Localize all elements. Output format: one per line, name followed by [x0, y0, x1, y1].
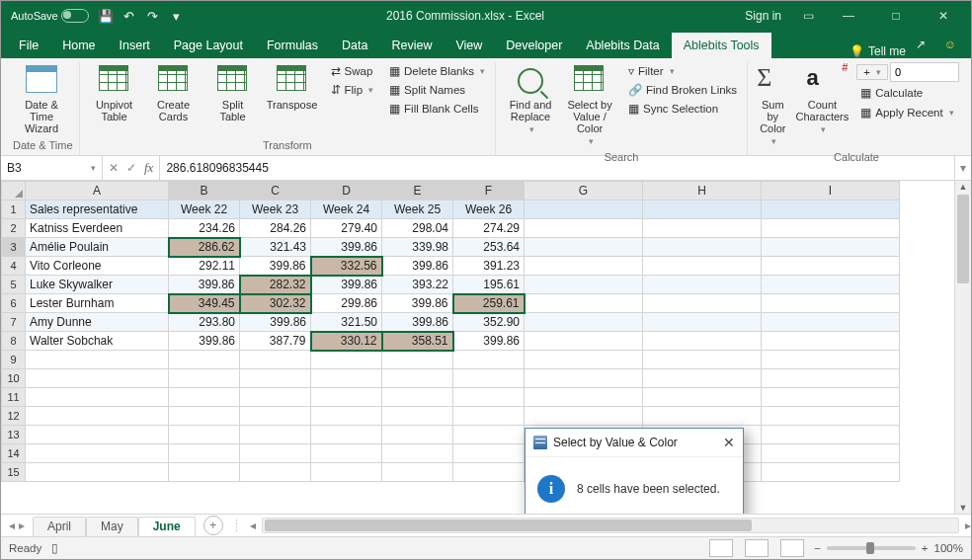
- cell[interactable]: [525, 294, 643, 313]
- add-sheet-button[interactable]: +: [203, 516, 223, 535]
- cell-data[interactable]: 321.43: [240, 238, 311, 257]
- cell[interactable]: [762, 238, 900, 257]
- cell[interactable]: [240, 463, 311, 482]
- cell-data[interactable]: 195.61: [453, 276, 525, 294]
- cell-data[interactable]: 302.32: [240, 294, 311, 313]
- cell[interactable]: [26, 407, 169, 426]
- zoom-out-icon[interactable]: −: [814, 542, 821, 554]
- table-header-cell[interactable]: Sales representative: [26, 200, 169, 219]
- cell[interactable]: [26, 444, 169, 463]
- cell-data[interactable]: 284.26: [240, 219, 311, 238]
- row-header-8[interactable]: 8: [2, 332, 26, 351]
- cell[interactable]: [643, 294, 762, 313]
- cell[interactable]: [525, 332, 643, 351]
- cell[interactable]: [762, 313, 900, 332]
- cell[interactable]: [26, 426, 169, 444]
- scroll-up-icon[interactable]: ▲: [955, 182, 971, 192]
- cell-name[interactable]: Amy Dunne: [26, 313, 169, 332]
- tab-home[interactable]: Home: [50, 33, 107, 58]
- cell[interactable]: [169, 407, 240, 426]
- qat-customize-icon[interactable]: ▾: [168, 7, 186, 25]
- cell[interactable]: [240, 388, 311, 407]
- row-header-7[interactable]: 7: [2, 313, 26, 332]
- cell-data[interactable]: 299.86: [311, 294, 382, 313]
- cell-data[interactable]: 399.86: [169, 276, 240, 294]
- count-characters-button[interactable]: a#CountCharacters▾: [793, 62, 850, 137]
- cell[interactable]: [525, 219, 643, 238]
- calc-plus-button[interactable]: +▾: [856, 64, 888, 80]
- cell[interactable]: [762, 257, 900, 276]
- cell[interactable]: [643, 369, 762, 388]
- cell[interactable]: [762, 426, 900, 444]
- cell[interactable]: [169, 351, 240, 369]
- cell[interactable]: [169, 444, 240, 463]
- cell[interactable]: [169, 463, 240, 482]
- table-header-cell[interactable]: Week 26: [453, 200, 525, 219]
- sheet-tab-june[interactable]: June: [138, 517, 196, 536]
- cell[interactable]: [311, 444, 382, 463]
- minimize-icon[interactable]: —: [827, 2, 870, 30]
- col-header-F[interactable]: F: [453, 182, 525, 200]
- scroll-thumb[interactable]: [957, 195, 969, 283]
- cell[interactable]: [762, 407, 900, 426]
- col-header-I[interactable]: I: [762, 182, 900, 200]
- cell[interactable]: [643, 313, 762, 332]
- cell[interactable]: [382, 388, 453, 407]
- cell[interactable]: [525, 369, 643, 388]
- row-header-14[interactable]: 14: [2, 444, 26, 463]
- worksheet-grid[interactable]: ABCDEFGHI1Sales representativeWeek 22Wee…: [1, 181, 900, 482]
- cell-data[interactable]: 279.40: [311, 219, 382, 238]
- tab-insert[interactable]: Insert: [108, 33, 162, 58]
- cell[interactable]: [643, 332, 762, 351]
- row-header-11[interactable]: 11: [2, 388, 26, 407]
- row-header-13[interactable]: 13: [2, 426, 26, 444]
- cell-data[interactable]: 339.98: [382, 238, 453, 257]
- tab-ablebits-tools[interactable]: Ablebits Tools: [672, 33, 771, 58]
- cell[interactable]: [453, 369, 525, 388]
- cell[interactable]: [453, 351, 525, 369]
- scroll-down-icon[interactable]: ▼: [955, 503, 971, 513]
- cell[interactable]: [311, 388, 382, 407]
- cell[interactable]: [762, 276, 900, 294]
- fx-icon[interactable]: fx: [144, 160, 153, 176]
- cell[interactable]: [26, 388, 169, 407]
- cell[interactable]: [453, 407, 525, 426]
- tab-page-layout[interactable]: Page Layout: [162, 33, 255, 58]
- row-header-1[interactable]: 1: [2, 200, 26, 219]
- cell-data[interactable]: 399.86: [382, 257, 453, 276]
- table-header-cell[interactable]: Week 23: [240, 200, 311, 219]
- cell[interactable]: [311, 407, 382, 426]
- cell-data[interactable]: 399.86: [240, 313, 311, 332]
- dialog-titlebar[interactable]: Select by Value & Color ✕: [526, 429, 743, 457]
- cell[interactable]: [762, 332, 900, 351]
- cell[interactable]: [643, 257, 762, 276]
- cell[interactable]: [169, 369, 240, 388]
- cancel-formula-icon[interactable]: ✕: [109, 161, 119, 175]
- cell-data[interactable]: 387.79: [240, 332, 311, 351]
- cell-data[interactable]: 253.64: [453, 238, 525, 257]
- cell[interactable]: [382, 369, 453, 388]
- cell-data[interactable]: 332.56: [311, 257, 382, 276]
- row-header-2[interactable]: 2: [2, 219, 26, 238]
- cell[interactable]: [169, 388, 240, 407]
- cell-data[interactable]: 352.90: [453, 313, 525, 332]
- cell[interactable]: [525, 313, 643, 332]
- view-normal-icon[interactable]: [709, 539, 733, 557]
- row-header-5[interactable]: 5: [2, 276, 26, 294]
- cell-data[interactable]: 330.12: [311, 332, 382, 351]
- save-icon[interactable]: 💾: [97, 7, 115, 25]
- share-icon[interactable]: ↗: [906, 31, 935, 58]
- cell[interactable]: [762, 294, 900, 313]
- cell-data[interactable]: 259.61: [453, 294, 525, 313]
- col-header-D[interactable]: D: [311, 182, 382, 200]
- cell-data[interactable]: 321.50: [311, 313, 382, 332]
- cell[interactable]: [643, 388, 762, 407]
- cell[interactable]: [240, 369, 311, 388]
- col-header-C[interactable]: C: [240, 182, 311, 200]
- cell[interactable]: [311, 369, 382, 388]
- cell[interactable]: [311, 426, 382, 444]
- tab-file[interactable]: File: [7, 33, 50, 58]
- calculate-button[interactable]: ▦Calculate: [856, 84, 959, 102]
- cell[interactable]: [26, 369, 169, 388]
- cell-data[interactable]: 399.86: [240, 257, 311, 276]
